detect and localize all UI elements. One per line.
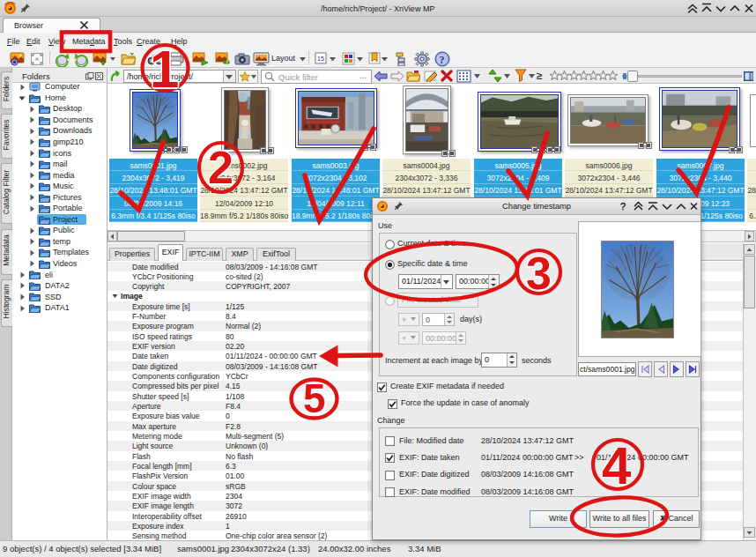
svg-text:?: ? <box>440 54 445 66</box>
svg-text:?: ? <box>620 201 626 212</box>
svg-text:15: 15 <box>317 56 324 62</box>
